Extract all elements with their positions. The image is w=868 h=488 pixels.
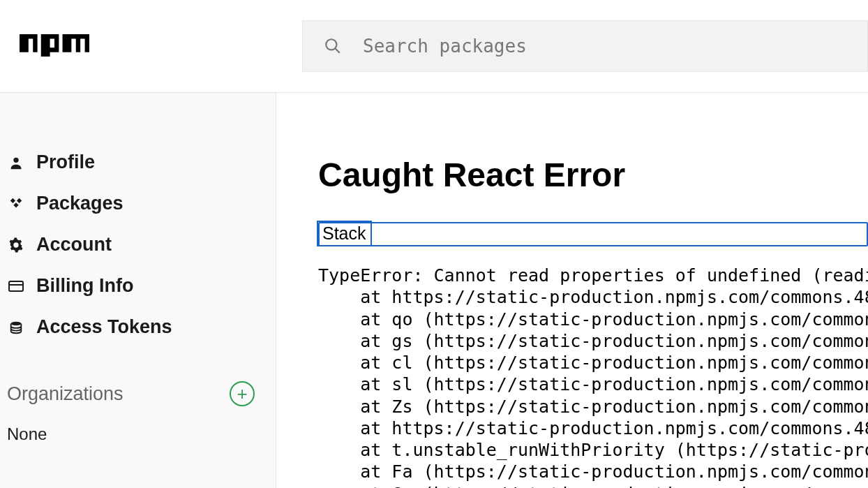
search-input[interactable] xyxy=(363,36,867,57)
svg-rect-3 xyxy=(9,281,23,291)
main-content: Caught React Error Stack TypeError: Cann… xyxy=(276,93,868,488)
sidebar-item-profile[interactable]: Profile xyxy=(7,142,269,183)
plus-icon: + xyxy=(237,383,247,404)
organizations-heading: Organizations xyxy=(7,383,124,405)
npm-logo[interactable] xyxy=(20,34,89,58)
stack-trace: TypeError: Cannot read properties of und… xyxy=(318,265,868,488)
search-icon xyxy=(324,37,342,55)
error-title: Caught React Error xyxy=(318,156,868,194)
credit-card-icon xyxy=(7,277,25,295)
sidebar-item-account[interactable]: Account xyxy=(7,224,269,265)
coins-icon xyxy=(7,318,25,337)
user-icon xyxy=(7,154,25,172)
sidebar-item-packages[interactable]: Packages xyxy=(7,183,269,224)
add-organization-button[interactable]: + xyxy=(230,381,255,406)
sidebar-item-label: Billing Info xyxy=(36,275,133,297)
packages-icon xyxy=(7,195,25,213)
stack-summary[interactable]: Stack xyxy=(318,222,371,245)
sidebar-item-label: Packages xyxy=(36,193,124,214)
sidebar-item-tokens[interactable]: Access Tokens xyxy=(7,306,269,348)
sidebar-item-billing[interactable]: Billing Info xyxy=(7,265,269,306)
svg-point-5 xyxy=(11,321,22,325)
svg-point-2 xyxy=(13,157,18,162)
sidebar-item-label: Profile xyxy=(36,151,95,173)
search-bar xyxy=(302,20,868,72)
svg-point-0 xyxy=(326,39,336,50)
sidebar: Profile Packages Account Billing Info Ac… xyxy=(0,93,276,488)
stack-label: Stack xyxy=(322,223,366,243)
organizations-none: None xyxy=(7,424,269,444)
sidebar-item-label: Access Tokens xyxy=(36,316,172,338)
sidebar-item-label: Account xyxy=(36,234,112,256)
svg-line-1 xyxy=(335,48,340,53)
stack-details[interactable]: Stack xyxy=(318,222,868,246)
gear-icon xyxy=(7,236,25,254)
